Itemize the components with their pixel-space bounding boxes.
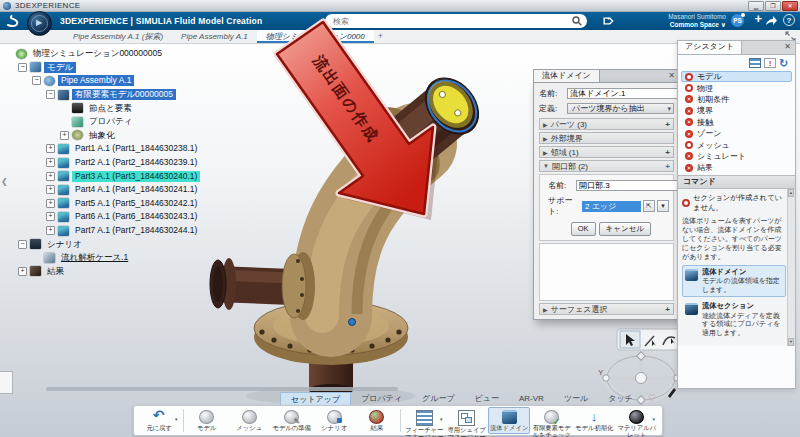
cancel-button[interactable]: キャンセル bbox=[599, 222, 651, 236]
model-prep-button[interactable]: モデルの準備 bbox=[270, 407, 313, 434]
ribbon-tab[interactable]: ビュー bbox=[465, 392, 509, 405]
compass-logo-icon[interactable] bbox=[27, 11, 52, 36]
tree-item[interactable]: 流れ解析ケース.1 bbox=[4, 251, 200, 265]
tree-item-label[interactable]: Part6 A.1 (Part6_1844630243.1) bbox=[72, 211, 200, 222]
table-view-icon[interactable] bbox=[749, 58, 761, 68]
dropdown-caret-icon[interactable]: ▾ bbox=[440, 416, 443, 422]
tree-item[interactable]: +Part3 A.1 (Part3_1844630240.1) bbox=[4, 169, 200, 183]
mesh-button[interactable]: メッシュ bbox=[228, 407, 271, 434]
expand-toggle-icon[interactable]: + bbox=[46, 172, 55, 181]
tree-collapse-handle[interactable]: ❮ bbox=[1, 177, 8, 186]
tree-item[interactable]: +Part5 A.1 (Part5_1844630242.1) bbox=[4, 197, 200, 211]
tree-item[interactable]: −モデル bbox=[4, 61, 200, 75]
assistant-step[interactable]: 結果 bbox=[681, 162, 792, 173]
model-button[interactable]: モデル bbox=[185, 407, 228, 434]
tree-item-label[interactable]: 流れ解析ケース.1 bbox=[58, 252, 131, 263]
help-icon[interactable]: ? bbox=[783, 14, 795, 26]
warnings-icon[interactable]: ! bbox=[764, 58, 776, 68]
ok-button[interactable]: OK bbox=[571, 222, 596, 236]
add-icon[interactable]: + bbox=[665, 120, 670, 129]
collapse-toggle-icon[interactable]: − bbox=[18, 240, 27, 249]
close-button[interactable]: ✕ bbox=[782, 1, 798, 11]
tree-item[interactable]: +結果 bbox=[4, 265, 200, 279]
expand-toggle-icon[interactable]: + bbox=[46, 226, 55, 235]
ribbon-tab[interactable]: セットアップ bbox=[280, 392, 351, 405]
tree-item-label[interactable]: 節点と要素 bbox=[86, 103, 135, 114]
support-dropdown-icon[interactable]: ▾ bbox=[657, 200, 669, 212]
assistant-step[interactable]: モデル bbox=[681, 71, 792, 82]
docked-panel-edge[interactable] bbox=[0, 371, 13, 394]
assistant-step[interactable]: 境界 bbox=[681, 105, 792, 116]
inlet-branch[interactable] bbox=[210, 258, 292, 310]
dropdown-caret-icon[interactable]: ▾ bbox=[652, 416, 655, 422]
search-icon[interactable] bbox=[572, 16, 582, 26]
scroll-up-icon[interactable]: ▲ bbox=[788, 189, 794, 197]
assistant-step[interactable]: ゾーン bbox=[681, 128, 792, 139]
pick-cursor-icon[interactable]: ⇱ bbox=[643, 200, 655, 212]
tree-item[interactable]: +Part4 A.1 (Part4_1844630241.1) bbox=[4, 183, 200, 197]
tree-item-label[interactable]: モデル bbox=[44, 62, 76, 73]
assistant-step[interactable]: 初期条件 bbox=[681, 94, 792, 105]
section-openings[interactable]: ▼ 開口部 (2) + bbox=[539, 160, 674, 172]
tree-item-label[interactable]: 有限要素モデル00000005 bbox=[72, 89, 176, 100]
command-fluid-domain[interactable]: 流体ドメイン モデルの流体領域を指定します。 bbox=[682, 265, 786, 298]
section-regions[interactable]: ▶ 領域 (1) + bbox=[539, 146, 674, 158]
doc-tab-simulation-active[interactable]: 物理シミュレーション0000 bbox=[257, 30, 374, 43]
dialog-title[interactable]: 流体ドメイン bbox=[534, 70, 600, 82]
fluid-domain-button[interactable]: 流体ドメイン bbox=[488, 407, 531, 434]
opening-name-input[interactable] bbox=[576, 180, 692, 191]
assistant-title[interactable]: アシスタント bbox=[678, 41, 742, 54]
tree-item-label[interactable]: プロパティ bbox=[86, 116, 136, 127]
user-info[interactable]: Masanori Sumitomo Common Space ∨ bbox=[630, 13, 726, 29]
tree-item-label[interactable]: Part2 A.1 (Part2_1844630239.1) bbox=[72, 157, 200, 168]
tree-item[interactable]: 物理シミュレーション000000005 bbox=[4, 47, 200, 61]
undo-button[interactable]: ▾元に戻す bbox=[138, 407, 181, 434]
doc-tab-explore[interactable]: Pipe Assembly A.1 (探索) bbox=[64, 30, 172, 43]
openings-list[interactable] bbox=[539, 243, 674, 301]
add-opening-icon[interactable]: + bbox=[665, 162, 670, 171]
tree-item[interactable]: −Pipe Assembly A.1 bbox=[4, 74, 200, 88]
share-icon[interactable] bbox=[765, 15, 778, 26]
expand-toggle-icon[interactable]: + bbox=[46, 185, 55, 194]
tree-item-label[interactable]: Part5 A.1 (Part5_1844630242.1) bbox=[72, 198, 200, 209]
ribbon-tab[interactable]: ツール bbox=[554, 392, 598, 405]
support-selection[interactable]: 2 エッジ bbox=[582, 201, 641, 212]
tree-item-label[interactable]: シナリオ bbox=[44, 239, 85, 250]
expand-toggle-icon[interactable]: + bbox=[60, 131, 69, 140]
refresh-icon[interactable]: ↻ bbox=[779, 58, 791, 68]
tree-item[interactable]: +Part6 A.1 (Part6_1844630243.1) bbox=[4, 210, 200, 224]
expand-toggle-icon[interactable]: + bbox=[46, 144, 55, 153]
expand-toggle-icon[interactable]: + bbox=[46, 212, 55, 221]
maximize-button[interactable]: ❐ bbox=[765, 1, 781, 11]
doc-tab-assembly[interactable]: Pipe Assembly A.1 bbox=[172, 30, 257, 43]
material-palette-button[interactable]: ▾マテリアルパレット bbox=[615, 407, 658, 434]
selection-dot[interactable] bbox=[349, 319, 356, 326]
add-content-icon[interactable]: + bbox=[754, 11, 762, 26]
dropdown-caret-icon[interactable]: ▾ bbox=[175, 416, 178, 422]
new-tab-button[interactable]: + bbox=[374, 30, 387, 43]
tree-item-label[interactable]: 抽象化 bbox=[86, 130, 118, 141]
fem-check-button[interactable]: 有限要素モデルをチェック bbox=[530, 407, 573, 434]
tree-item-label[interactable]: Part1 A.1 (Part1_1844630238.1) bbox=[72, 143, 200, 154]
ribbon-tab[interactable]: AR-VR bbox=[509, 392, 554, 405]
add-icon[interactable]: + bbox=[665, 305, 670, 314]
shape-manager-button[interactable]: 専用シェイプマネージャー bbox=[445, 407, 488, 434]
section-parts[interactable]: ▶ パーツ (3) + bbox=[539, 118, 674, 130]
tree-item[interactable]: −シナリオ bbox=[4, 237, 200, 251]
collapse-toggle-icon[interactable]: − bbox=[46, 90, 55, 99]
tree-item-label[interactable]: Part7 A.1 (Part7_1844630244.1) bbox=[72, 225, 200, 236]
tree-item[interactable]: 節点と要素 bbox=[4, 101, 200, 115]
favorites-heart-icon[interactable]: ♡ bbox=[643, 392, 661, 405]
add-icon[interactable]: + bbox=[665, 148, 670, 157]
section-external-boundary[interactable]: ▶ 外部境界 bbox=[539, 132, 674, 144]
tree-item[interactable]: +Part2 A.1 (Part2_1844630239.1) bbox=[4, 156, 200, 170]
workspace-selector[interactable]: Common Space ∨ bbox=[630, 21, 726, 29]
collapse-toggle-icon[interactable]: − bbox=[32, 76, 41, 85]
assistant-step[interactable]: 物理 bbox=[681, 82, 792, 93]
tree-item[interactable]: +Part7 A.1 (Part7_1844630244.1) bbox=[4, 224, 200, 238]
ribbon-tab[interactable]: タッチ bbox=[598, 392, 643, 405]
definition-dropdown[interactable]: パーツ境界から抽出 bbox=[567, 103, 674, 114]
assistant-scrollbar[interactable]: ▲ ▼ bbox=[787, 189, 795, 347]
expand-toggle-icon[interactable]: + bbox=[46, 199, 55, 208]
search-input[interactable] bbox=[331, 15, 565, 28]
